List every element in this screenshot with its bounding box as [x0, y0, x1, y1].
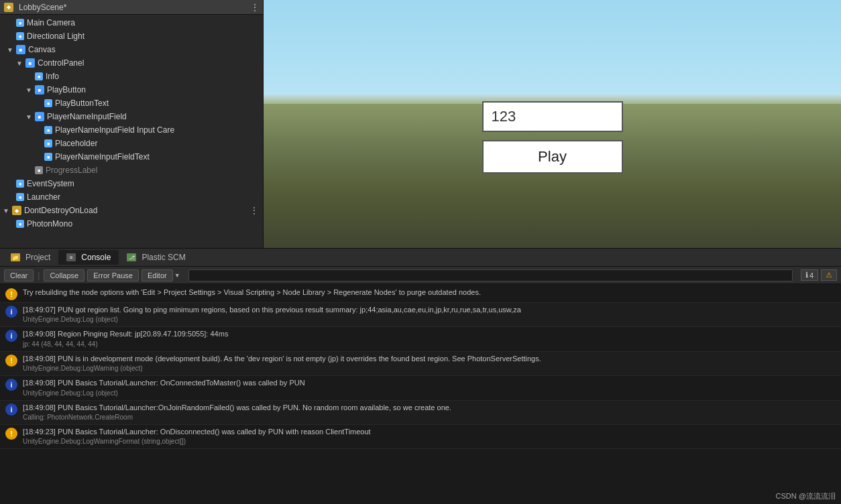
hierarchy-item-progresslabel[interactable]: ■ ProgressLabel — [0, 164, 263, 177]
label-progresslabel: ProgressLabel — [46, 166, 97, 175]
label-photonmono: PhotonMono — [27, 219, 72, 229]
error-pause-button[interactable]: Error Pause — [87, 269, 139, 281]
scene-panel: Play — [264, 0, 841, 248]
label-directional-light: Directional Light — [27, 32, 85, 41]
plastic-icon: ⎇ — [127, 253, 136, 261]
log-entry-6[interactable]: i [18:49:08] PUN Basics Tutorial/Launche… — [0, 401, 841, 425]
hierarchy-item-playernameinput-care[interactable]: ■ PlayerNameInputField Input Care — [0, 123, 263, 137]
log-entry-4[interactable]: ! [18:49:08] PUN is in development mode … — [0, 352, 841, 376]
hierarchy-item-canvas[interactable]: ■ Canvas — [0, 43, 263, 56]
hierarchy-panel: ◆ LobbyScene* ⋮ ■ Main Camera ■ Directio… — [0, 0, 264, 248]
log-icon-info-2: i — [5, 306, 17, 318]
hierarchy-item-photonmono[interactable]: ■ PhotonMono — [0, 217, 263, 231]
label-main-camera: Main Camera — [27, 18, 75, 27]
cube-icon-progresslabel: ■ — [35, 166, 43, 174]
hierarchy-title: ◆ LobbyScene* — [4, 3, 66, 12]
player-name-input[interactable] — [482, 101, 623, 132]
arrow-playbutton — [25, 86, 34, 94]
label-playernameinputfield: PlayerNameInputField — [47, 112, 127, 121]
log-text-1: Try rebuilding the node options with 'Ed… — [23, 288, 836, 298]
cube-icon-canvas: ■ — [16, 45, 25, 54]
watermark: CSDN @流流流泪 — [776, 491, 836, 501]
dontdestroyonload-menu-dots[interactable]: ⋮ — [249, 205, 263, 216]
hierarchy-item-placeholder[interactable]: ■ Placeholder — [0, 137, 263, 150]
log-icon-info-5: i — [5, 379, 17, 391]
hierarchy-item-playernameinputfield[interactable]: ■ PlayerNameInputField — [0, 110, 263, 123]
label-dontdestroyonload: DontDestroyOnLoad — [24, 206, 97, 215]
log-text-2: [18:49:07] PUN got region list. Going to… — [23, 305, 836, 324]
log-text-3: [18:49:08] Region Pinging Result: jp[20.… — [23, 329, 836, 349]
label-launcher: Launcher — [27, 192, 60, 202]
arrow-controlpanel — [16, 60, 24, 67]
hierarchy-item-launcher[interactable]: ■ Launcher — [0, 190, 263, 204]
bottom-section: 📁 Project ≡ Console ⎇ Plastic SCM Clear … — [0, 248, 841, 504]
cube-icon-playbutton: ■ — [35, 85, 44, 94]
hierarchy-item-info[interactable]: ■ Info — [0, 70, 263, 83]
tab-console-label: Console — [81, 253, 111, 262]
info-badge-icon: ℹ — [805, 271, 808, 279]
log-entry-3[interactable]: i [18:49:08] Region Pinging Result: jp[2… — [0, 327, 841, 351]
info-badge[interactable]: ℹ 4 — [801, 269, 818, 281]
log-text-7: [18:49:23] PUN Basics Tutorial/Launcher:… — [23, 427, 836, 446]
log-text-6: [18:49:08] PUN Basics Tutorial/Launcher:… — [23, 403, 836, 422]
collapse-button[interactable]: Collapse — [44, 269, 85, 281]
cube-icon-info: ■ — [35, 72, 43, 80]
hierarchy-item-playernameinputfieldtext[interactable]: ■ PlayerNameInputFieldText — [0, 150, 263, 164]
label-placeholder: Placeholder — [55, 139, 97, 148]
hierarchy-item-main-camera[interactable]: ■ Main Camera — [0, 16, 263, 29]
log-text-4: [18:49:08] PUN is in development mode (d… — [23, 354, 836, 373]
console-toolbar: Clear | Collapse Error Pause Editor ▼ ℹ … — [0, 267, 841, 284]
folder-icon: 📁 — [11, 253, 20, 261]
hierarchy-item-dontdestroyonload[interactable]: ◆ DontDestroyOnLoad ⋮ — [0, 204, 263, 217]
log-icon-warn-4: ! — [5, 355, 17, 367]
label-playernameinputfieldtext: PlayerNameInputFieldText — [55, 152, 150, 162]
clear-button[interactable]: Clear — [4, 269, 34, 281]
editor-dropdown[interactable]: Editor ▼ — [142, 269, 180, 281]
log-icon-warn-1: ! — [5, 288, 17, 300]
label-eventsystem: EventSystem — [27, 179, 74, 188]
console-log[interactable]: ! Try rebuilding the node options with '… — [0, 284, 841, 504]
hierarchy-title-bar: ◆ LobbyScene* ⋮ — [0, 0, 263, 15]
label-playbuttontext: PlayButtonText — [55, 99, 109, 108]
log-entry-7[interactable]: ! [18:49:23] PUN Basics Tutorial/Launche… — [0, 425, 841, 449]
label-controlpanel: ControlPanel — [38, 58, 84, 68]
hierarchy-item-playbutton[interactable]: ■ PlayButton — [0, 83, 263, 97]
arrow-playernameinputfield — [25, 113, 34, 121]
tab-console[interactable]: ≡ Console — [58, 250, 119, 265]
label-playernameinput-care: PlayerNameInputField Input Care — [55, 125, 174, 135]
hierarchy-item-playbuttontext[interactable]: ■ PlayButtonText — [0, 97, 263, 110]
label-playbutton: PlayButton — [47, 85, 86, 94]
hierarchy-item-directional-light[interactable]: ■ Directional Light — [0, 29, 263, 43]
play-button[interactable]: Play — [482, 140, 623, 174]
log-entry-5[interactable]: i [18:49:08] PUN Basics Tutorial/Launche… — [0, 376, 841, 400]
arrow-dontdestroyonload — [3, 207, 11, 214]
search-box — [188, 269, 793, 281]
hierarchy-menu-dots[interactable]: ⋮ — [251, 3, 259, 12]
log-entry-1[interactable]: ! Try rebuilding the node options with '… — [0, 286, 841, 303]
tab-project[interactable]: 📁 Project — [3, 250, 58, 265]
search-input[interactable] — [188, 269, 793, 281]
hierarchy-item-controlpanel[interactable]: ■ ControlPanel — [0, 56, 263, 70]
scene-view: Play — [264, 0, 841, 248]
hierarchy-item-eventsystem[interactable]: ■ EventSystem — [0, 177, 263, 190]
info-badge-count: 4 — [809, 271, 814, 279]
log-entry-2[interactable]: i [18:49:07] PUN got region list. Going … — [0, 303, 841, 327]
log-icon-info-3: i — [5, 330, 17, 342]
editor-button[interactable]: Editor — [142, 269, 173, 281]
cube-icon-playernameinput-care: ■ — [44, 126, 52, 134]
cube-icon-launcher: ■ — [16, 193, 24, 201]
cube-icon-photonmono: ■ — [16, 220, 24, 228]
warn-badge[interactable]: ⚠ — [821, 269, 837, 281]
scene-icon-dontdestroyonload: ◆ — [12, 206, 21, 215]
tab-project-label: Project — [25, 253, 50, 262]
cube-icon-placeholder: ■ — [44, 139, 52, 147]
warn-badge-icon: ⚠ — [826, 271, 832, 279]
log-icon-info-6: i — [5, 403, 17, 416]
tab-plastic-label: Plastic SCM — [142, 253, 185, 262]
cube-icon-main-camera: ■ — [16, 19, 24, 27]
hierarchy-scene-icon: ◆ — [4, 3, 13, 12]
log-text-5: [18:49:08] PUN Basics Tutorial/Launcher:… — [23, 378, 836, 397]
scene-sky — [264, 0, 841, 99]
tab-plastic-scm[interactable]: ⎇ Plastic SCM — [119, 250, 193, 265]
cube-icon-playbuttontext: ■ — [44, 99, 52, 107]
